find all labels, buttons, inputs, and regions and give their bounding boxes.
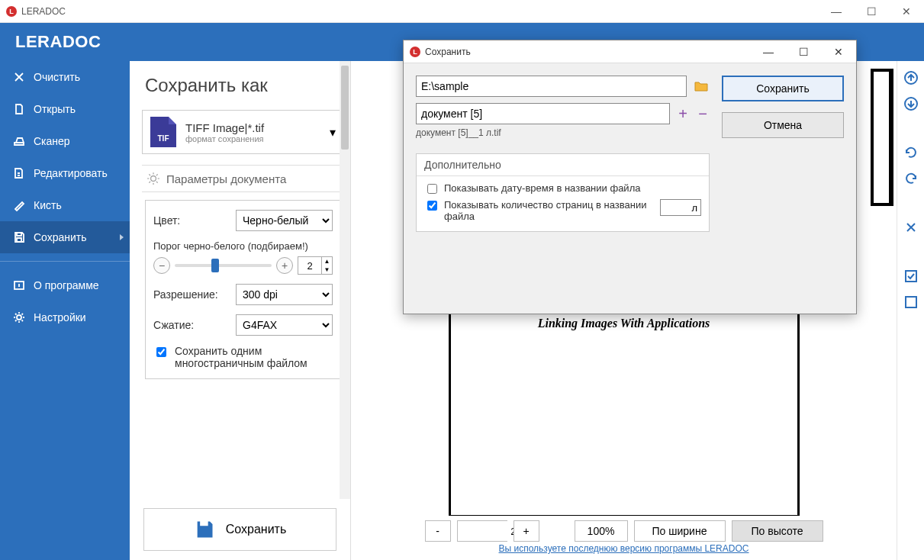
counter-minus[interactable]: − <box>696 105 710 123</box>
rotate-cw-icon[interactable] <box>902 169 920 188</box>
maximize-button[interactable]: ☐ <box>854 0 889 23</box>
nav-label: О программе <box>34 279 99 291</box>
fit-width-button[interactable]: По ширине <box>634 520 726 542</box>
nav-brush[interactable]: Кисть <box>0 189 130 221</box>
color-label: Цвет: <box>153 214 230 227</box>
close-icon <box>12 70 26 84</box>
dialog-save-button[interactable]: Сохранить <box>722 76 844 101</box>
checkbox-empty-icon[interactable] <box>902 293 920 311</box>
compression-row: Сжатие: G4FAX <box>153 314 333 336</box>
opt-pages-checkbox[interactable] <box>427 201 437 211</box>
panel-footer: Сохранить <box>130 499 350 560</box>
panel-title: Сохранить как <box>145 75 341 96</box>
close-button[interactable]: ✕ <box>889 0 924 23</box>
nav-clear[interactable]: Очистить <box>0 61 130 93</box>
save-button-label: Сохранить <box>226 523 287 536</box>
dialog-cancel-button[interactable]: Отмена <box>722 112 844 138</box>
opt-pages-row: Показывать количество страниц в названии… <box>424 199 701 222</box>
info-icon <box>12 278 26 292</box>
zoom-bar: - ▲▼ + 100% По ширине По высоте <box>351 516 897 543</box>
zoom-in-button[interactable]: + <box>514 520 539 542</box>
opt-pages-label: Показывать количество страниц в названии… <box>444 199 655 222</box>
opt-datetime-row: Показывать дату-время в названии файла <box>424 182 701 196</box>
threshold-label: Порог черно-белого (подбираем!) <box>153 240 333 252</box>
format-sub: формат сохранения <box>185 134 264 143</box>
checkbox-checked-icon[interactable] <box>902 267 920 285</box>
zoom-value[interactable]: ▲▼ <box>457 520 507 542</box>
format-selector[interactable]: TIF TIFF Image|*.tif формат сохранения ▾ <box>142 110 344 154</box>
threshold-minus[interactable]: − <box>153 257 170 274</box>
slider-thumb[interactable] <box>211 259 219 272</box>
dialog-title: Сохранить <box>425 47 471 57</box>
compression-select[interactable]: G4FAX <box>236 314 333 336</box>
nav-save[interactable]: Сохранить <box>0 221 130 253</box>
window-controls: — ☐ ✕ <box>819 0 924 23</box>
nav-label: Редактировать <box>34 167 108 179</box>
nav-open[interactable]: Открыть <box>0 93 130 125</box>
fit-height-button[interactable]: По высоте <box>732 520 823 542</box>
nav-about[interactable]: О программе <box>0 269 130 301</box>
nav-separator <box>0 261 130 262</box>
resolution-select[interactable]: 300 dpi <box>236 284 333 305</box>
threshold-row: − + ▲▼ <box>153 256 333 275</box>
filename-input[interactable] <box>416 103 670 124</box>
version-link[interactable]: Вы используете последнюю версию программ… <box>499 543 749 554</box>
arrow-up-circle-icon[interactable] <box>902 69 920 87</box>
path-input[interactable] <box>416 76 687 97</box>
svg-rect-5 <box>906 271 916 282</box>
file-icon <box>12 102 26 116</box>
nav-settings[interactable]: Настройки <box>0 301 130 333</box>
zoom-out-button[interactable]: - <box>425 520 451 542</box>
rotate-ccw-icon[interactable] <box>902 143 920 162</box>
dialog-minimize-button[interactable]: — <box>751 40 786 63</box>
zoom-100-button[interactable]: 100% <box>575 520 628 542</box>
dialog-title-bar: L Сохранить — ☐ ✕ <box>404 40 856 63</box>
path-row <box>416 76 710 97</box>
scrollbar-thumb[interactable] <box>341 66 349 150</box>
dialog-body: + − документ [5]__1 л.tif Дополнительно … <box>404 63 856 314</box>
svg-point-2 <box>151 176 156 182</box>
multipage-label: Сохранить одним многостраничным файлом <box>175 345 333 369</box>
save-icon <box>194 519 215 540</box>
color-row: Цвет: Черно-белый <box>153 210 333 231</box>
suffix-input[interactable] <box>660 199 701 216</box>
expander-header[interactable]: Дополнительно <box>417 154 709 176</box>
threshold-input[interactable] <box>298 257 321 274</box>
nav-scanner[interactable]: Сканер <box>0 125 130 157</box>
minimize-button[interactable]: — <box>819 0 854 23</box>
opt-datetime-checkbox[interactable] <box>427 184 437 194</box>
browse-folder-button[interactable] <box>693 78 710 95</box>
counter-plus[interactable]: + <box>676 105 690 123</box>
folder-icon <box>694 80 708 92</box>
title-bar: L LERADOC — ☐ ✕ <box>0 0 924 23</box>
nav-edit[interactable]: Редактировать <box>0 157 130 189</box>
svg-point-1 <box>17 315 21 320</box>
delete-icon[interactable] <box>902 218 920 237</box>
threshold-slider[interactable] <box>175 264 272 267</box>
threshold-plus[interactable]: + <box>276 257 293 274</box>
spinner-up[interactable]: ▲ <box>322 257 332 266</box>
dialog-left: + − документ [5]__1 л.tif Дополнительно … <box>416 76 710 301</box>
nav-label: Сохранить <box>34 231 87 243</box>
spinner-down[interactable]: ▼ <box>322 266 332 274</box>
compression-label: Сжатие: <box>153 319 230 331</box>
dialog-maximize-button[interactable]: ☐ <box>786 40 821 63</box>
opt-datetime-label: Показывать дату-время в названии файла <box>444 182 640 194</box>
panel-scrollbar[interactable] <box>340 61 350 499</box>
arrow-down-circle-icon[interactable] <box>902 95 920 113</box>
nav-label: Сканер <box>34 135 70 147</box>
thumbnail-strip[interactable] <box>871 69 893 206</box>
tif-badge-icon: TIF <box>150 117 176 147</box>
app-icon: L <box>410 47 420 57</box>
params-body: Цвет: Черно-белый Порог черно-белого (по… <box>145 200 341 379</box>
multipage-checkbox[interactable] <box>156 347 166 357</box>
app-title: LERADOC <box>21 6 66 17</box>
color-select[interactable]: Черно-белый <box>236 210 333 231</box>
format-text: TIFF Image|*.tif формат сохранения <box>185 121 264 143</box>
sidebar: Очистить Открыть Сканер Редактировать Ки… <box>0 61 130 560</box>
dialog-close-button[interactable]: ✕ <box>821 40 856 63</box>
save-button[interactable]: Сохранить <box>143 508 336 551</box>
svg-rect-6 <box>906 297 916 307</box>
chevron-down-icon: ▾ <box>330 125 336 140</box>
threshold-spinner[interactable]: ▲▼ <box>298 256 333 275</box>
